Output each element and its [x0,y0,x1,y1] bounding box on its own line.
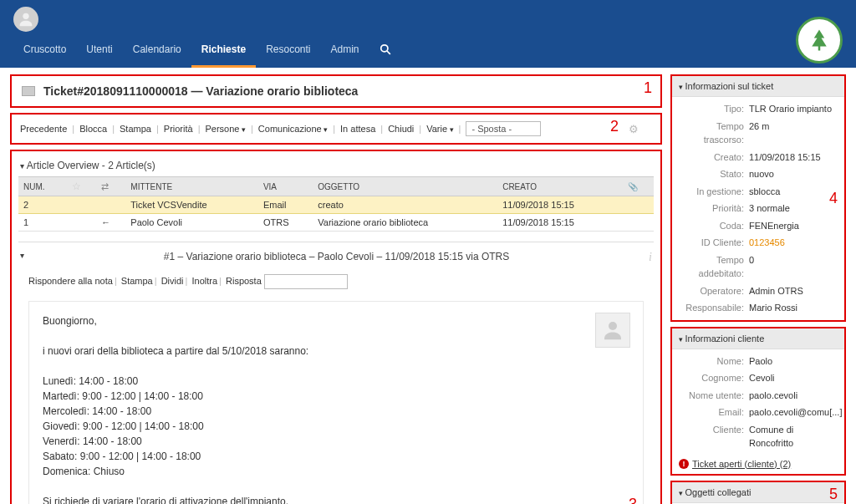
info-value: Cevoli [749,371,838,385]
info-row: Tempo trascorso:26 m [672,118,844,149]
info-label: Priorità: [679,201,749,216]
linked-objects-title[interactable]: Oggetti collegati [672,482,844,503]
col-star[interactable]: ☆ [67,177,96,196]
info-label: Coda: [679,219,749,233]
col-sender[interactable]: MITTENTE [125,177,258,196]
schedule-line: Martedì: 9:00 - 12:00 | 14:00 - 18:00 [43,389,629,404]
info-label: In gestione: [679,185,749,199]
action-priorita[interactable]: Priorità [164,124,193,134]
nav-cruscotto[interactable]: Cruscotto [13,37,76,68]
table-row[interactable]: 2Ticket VCSVenditeEmailcreato11/09/2018 … [18,196,654,214]
col-created[interactable]: CREATO [497,177,623,196]
info-label: Tempo trascorso: [679,120,749,147]
customer-info-panel: Informazioni cliente Nome:PaoloCognome:C… [670,327,846,476]
info-row: Priorità:3 normale [672,200,844,217]
annotation-marker-5: 5 [829,486,838,503]
annotation-marker-4: 4 [829,189,838,206]
info-value: 0 [749,253,838,281]
info-value: TLR Orario impianto [749,102,838,116]
reply-select[interactable] [264,274,348,289]
ticket-actions-bar: Precedente| Blocca| Stampa| Priorità| Pe… [10,113,662,145]
info-row: Responsabile:Mario Rossi [672,299,844,317]
ticket-title-bar: Ticket#2018091110000018 — Variazione ora… [10,74,662,108]
info-row: Tipo:TLR Orario impianto [672,100,844,118]
info-value: sblocca [749,185,838,199]
article-author-avatar [595,313,630,348]
action-precedente[interactable]: Precedente [20,124,67,134]
star-icon: ☆ [72,181,81,192]
action-comunicazione[interactable]: Comunicazione [258,124,328,134]
forward-article[interactable]: Inoltra [192,276,218,286]
info-row: Operatore:Admin OTRS [672,283,844,300]
info-value: Mario Rossi [749,301,838,315]
schedule-line: Domenica: Chiuso [43,464,629,479]
col-num[interactable]: NUM. [18,177,67,196]
schedule-line: Giovedì: 9:00 - 12:00 | 14:00 - 18:00 [43,419,629,434]
action-attesa[interactable]: In attesa [340,124,375,134]
customer-info-title[interactable]: Informazioni cliente [672,328,844,349]
nav-richieste[interactable]: Richieste [191,37,256,68]
info-value: 0123456 [749,236,838,250]
ticket-title: Ticket#2018091110000018 — Variazione ora… [43,84,358,98]
search-icon[interactable] [369,37,401,68]
article-detail-header[interactable]: #1 – Variazione orario biblioteca – Paol… [18,247,654,267]
ticket-flag-icon [22,86,35,96]
open-tickets-link[interactable]: ! Ticket aperti (cliente) (2) [672,456,844,474]
table-row[interactable]: 1←Paolo CevoliOTRSVariazione orario bibl… [18,214,654,232]
article-table: NUM. ☆ ⇄ MITTENTE VIA OGGETTO CREATO 📎 2… [18,176,654,232]
col-attach[interactable]: 📎 [623,177,654,196]
svg-point-0 [23,13,28,19]
info-label: Tipo: [679,102,749,116]
annotation-marker-1: 1 [644,79,652,97]
user-avatar[interactable] [13,7,38,32]
action-chiudi[interactable]: Chiudi [388,124,414,134]
article-body: Buongiorno, i nuovi orari della bibliote… [28,301,644,504]
info-label: Cliente: [679,423,749,451]
nav-admin[interactable]: Admin [321,37,369,68]
info-row: Nome utente:paolo.cevoli [672,387,844,405]
col-via[interactable]: VIA [258,177,313,196]
nav-calendario[interactable]: Calendario [123,37,191,68]
schedule-line: Sabato: 9:00 - 12:00 | 14:00 - 18:00 [43,449,629,464]
action-varie[interactable]: Varie [426,124,453,134]
main-nav: Cruscotto Utenti Calendario Richieste Re… [13,37,843,68]
action-blocca[interactable]: Blocca [79,124,107,134]
col-subject[interactable]: OGGETTO [313,177,497,196]
reply-article[interactable]: Risposta [226,276,262,286]
info-label: Nome: [679,354,749,369]
nav-resoconti[interactable]: Resoconti [256,37,320,68]
article-overview-header[interactable]: Article Overview - 2 Article(s) [18,156,654,176]
info-value: paolo.cevoli [749,389,838,403]
info-row: ID Cliente:0123456 [672,234,844,252]
swap-icon: ⇄ [101,181,109,191]
action-stampa[interactable]: Stampa [120,124,151,134]
svg-point-3 [609,322,617,330]
gear-icon[interactable]: ⚙ [629,123,639,135]
info-icon[interactable]: i [649,251,652,264]
info-label: Stato: [679,167,749,181]
info-row: Stato:nuovo [672,165,844,183]
warning-icon: ! [679,459,689,469]
body-intro: i nuovi orari della biblioteca a partire… [43,344,629,359]
reply-note[interactable]: Rispondere alla nota [28,276,113,286]
info-label: Cognome: [679,371,749,385]
svg-point-1 [380,45,387,52]
col-dir[interactable]: ⇄ [96,177,125,196]
info-row: Email:paolo.cevoli@comu[...] [672,404,844,421]
article-sub-actions: Rispondere alla nota| Stampa| Dividi| In… [18,267,654,293]
action-persone[interactable]: Persone [206,124,247,134]
info-row: Nome:Paolo [672,353,844,370]
info-row: Creato:11/09/2018 15:15 [672,149,844,166]
attachment-icon: 📎 [628,182,638,191]
info-label: Nome utente: [679,389,749,403]
info-row: Tempo addebitato:0 [672,252,844,283]
move-queue-select[interactable] [466,121,541,136]
annotation-marker-3: 3 [629,496,637,504]
svg-line-2 [386,51,390,54]
info-value: nuovo [749,167,838,181]
ticket-info-title[interactable]: Informazioni sul ticket [672,76,844,97]
nav-utenti[interactable]: Utenti [76,37,122,68]
info-value: 26 m [749,120,838,147]
print-article[interactable]: Stampa [121,276,153,286]
split-article[interactable]: Dividi [161,276,184,286]
